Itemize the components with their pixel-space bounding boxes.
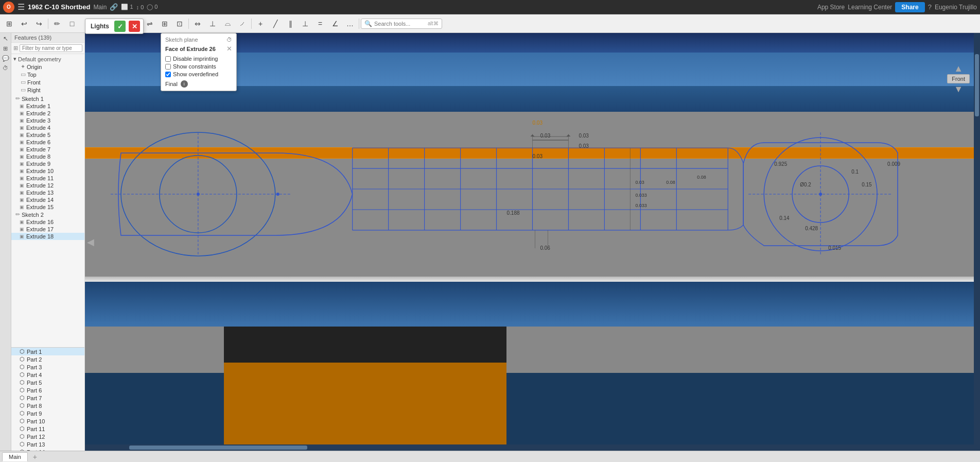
tool-1[interactable]: ✏ — [50, 16, 64, 31]
part-1[interactable]: ⬡Part 1 — [11, 348, 84, 355]
hamburger-icon[interactable]: ☰ — [18, 2, 25, 12]
search-input[interactable] — [374, 21, 426, 27]
toolbar-search[interactable]: 🔍 alt⌘ — [361, 19, 442, 29]
share-button[interactable]: Share — [895, 2, 924, 12]
top-plane-item[interactable]: ▭ Top — [13, 71, 82, 78]
tool-more[interactable]: … — [343, 16, 357, 31]
lights-cancel-button[interactable]: ✕ — [129, 21, 140, 32]
tool-angle[interactable]: ∠ — [328, 16, 342, 31]
extrude-1[interactable]: ▣Extrude 1 — [11, 102, 84, 110]
icon-cursor[interactable]: ↖ — [3, 35, 8, 42]
extrude-16[interactable]: ▣Extrude 16 — [11, 218, 84, 226]
redo-btn[interactable]: ↪ — [32, 16, 46, 31]
v-scrollbar[interactable] — [974, 33, 980, 451]
sketch2-item[interactable]: ✏ Sketch 2 — [11, 211, 84, 218]
tool-fillet[interactable]: ⌓ — [220, 16, 235, 31]
v-scrollbar-thumb[interactable] — [975, 54, 979, 117]
user-avatar[interactable]: Eugenio Trujillo — [935, 4, 977, 11]
filter-row[interactable]: ⊞ — [11, 43, 84, 54]
front-plane-item[interactable]: ▭ Front — [13, 78, 82, 86]
part-12[interactable]: ⬡Part 12 — [11, 433, 84, 440]
h-scrollbar-thumb[interactable] — [129, 446, 307, 450]
extrude-8[interactable]: ▣Extrude 8 — [11, 153, 84, 160]
part-icon-13: ⬡ — [20, 441, 25, 448]
tool-2[interactable]: □ — [65, 16, 79, 31]
help-icon[interactable]: ? — [928, 3, 932, 11]
extrude-12[interactable]: ▣Extrude 12 — [11, 182, 84, 189]
extrude-9[interactable]: ▣Extrude 9 — [11, 160, 84, 167]
part-5[interactable]: ⬡Part 5 — [11, 379, 84, 386]
extrude-7[interactable]: ▣Extrude 7 — [11, 146, 84, 153]
right-plane-item[interactable]: ▭ Right — [13, 86, 82, 94]
tool-parallel[interactable]: ∥ — [283, 16, 297, 31]
part-4[interactable]: ⬡Part 4 — [11, 371, 84, 379]
extrude-13[interactable]: ▣Extrude 13 — [11, 189, 84, 196]
extrude-icon-5: ▣ — [20, 132, 24, 138]
dim-0.03-top: 0.03 — [540, 133, 551, 139]
link-icon[interactable]: 🔗 — [110, 3, 118, 11]
tool-pattern[interactable]: ⊞ — [157, 16, 172, 31]
part-13[interactable]: ⬡Part 13 — [11, 440, 84, 448]
filter-input[interactable] — [20, 44, 82, 52]
tool-line[interactable]: ╱ — [268, 16, 283, 31]
tool-chamfer[interactable]: ⟋ — [235, 16, 250, 31]
viewport[interactable]: 0.03 0.03 0.03 0.03 0.03 0.188 0.03 0.03… — [85, 33, 980, 451]
part-11[interactable]: ⬡Part 11 — [11, 425, 84, 433]
show-overdefined-checkbox[interactable] — [165, 72, 171, 77]
extrude-11[interactable]: ▣Extrude 11 — [11, 175, 84, 182]
part-7[interactable]: ⬡Part 7 — [11, 394, 84, 402]
part-icon-9: ⬡ — [20, 410, 25, 417]
icon-filter[interactable]: ⊞ — [3, 45, 8, 52]
h-scrollbar[interactable] — [85, 444, 974, 451]
extrude-17[interactable]: ▣Extrude 17 — [11, 226, 84, 233]
toolbar-btn-left-panel[interactable]: ⊞ — [2, 16, 16, 31]
origin-item[interactable]: ✦ Origin — [13, 63, 82, 71]
learning-center-link[interactable]: Learning Center — [848, 4, 892, 11]
default-geometry-header[interactable]: ▾ Default geometry — [13, 55, 82, 63]
doc-tab[interactable]: Main — [93, 4, 107, 11]
part-2[interactable]: ⬡Part 2 — [11, 355, 84, 363]
part-9[interactable]: ⬡Part 9 — [11, 409, 84, 417]
clock-icon[interactable]: ⏱ — [226, 37, 232, 43]
extrude-15[interactable]: ▣Extrude 15 — [11, 203, 84, 211]
sketch1-item[interactable]: ✏ Sketch 1 — [11, 95, 84, 102]
icon-history[interactable]: ⏱ — [3, 65, 8, 71]
nav-arrow-up[interactable]: ▲ — [954, 64, 963, 73]
extrude-icon-7: ▣ — [20, 147, 24, 152]
icon-comment[interactable]: 💬 — [2, 55, 9, 62]
tool-point[interactable]: + — [253, 16, 268, 31]
tool-perp[interactable]: ⊥ — [298, 16, 312, 31]
extrude-3[interactable]: ▣Extrude 3 — [11, 117, 84, 124]
tool-offset[interactable]: ⊡ — [172, 16, 187, 31]
nav-arrow-down[interactable]: ▼ — [954, 84, 963, 94]
undo-btn[interactable]: ↩ — [17, 16, 31, 31]
part-3[interactable]: ⬡Part 3 — [11, 363, 84, 371]
show-constraints-checkbox[interactable] — [165, 64, 171, 70]
tab-main[interactable]: Main — [2, 452, 28, 461]
lights-confirm-button[interactable]: ✓ — [114, 21, 126, 32]
tool-mirror[interactable]: ⇌ — [143, 16, 157, 31]
part-8[interactable]: ⬡Part 8 — [11, 402, 84, 409]
white-band — [85, 277, 980, 282]
part-10[interactable]: ⬡Part 10 — [11, 417, 84, 425]
nav-cube-area[interactable]: ▲ Front ▼ — [947, 64, 970, 94]
extrude-18[interactable]: ▣Extrude 18 — [11, 233, 84, 240]
tool-dim[interactable]: ⇔ — [190, 16, 205, 31]
close-x-icon[interactable]: ✕ — [226, 45, 232, 53]
add-tab-button[interactable]: + — [29, 452, 41, 462]
view-label[interactable]: Front — [947, 74, 970, 83]
extrude-4[interactable]: ▣Extrude 4 — [11, 124, 84, 131]
nav-arrow-left[interactable]: ◀ — [87, 236, 94, 248]
final-info-icon[interactable]: i — [181, 80, 188, 88]
extrude-5[interactable]: ▣Extrude 5 — [11, 131, 84, 139]
extrude-6[interactable]: ▣Extrude 6 — [11, 139, 84, 146]
disable-imprinting-checkbox[interactable] — [165, 56, 171, 62]
extrude-10[interactable]: ▣Extrude 10 — [11, 167, 84, 175]
app-store-link[interactable]: App Store — [817, 4, 845, 11]
extrude-14[interactable]: ▣Extrude 14 — [11, 196, 84, 203]
part-14[interactable]: ⬡Part 14 — [11, 448, 84, 451]
tool-equal[interactable]: = — [313, 16, 327, 31]
tool-constraint[interactable]: ⊥ — [205, 16, 220, 31]
extrude-2[interactable]: ▣Extrude 2 — [11, 110, 84, 117]
part-6[interactable]: ⬡Part 6 — [11, 386, 84, 394]
